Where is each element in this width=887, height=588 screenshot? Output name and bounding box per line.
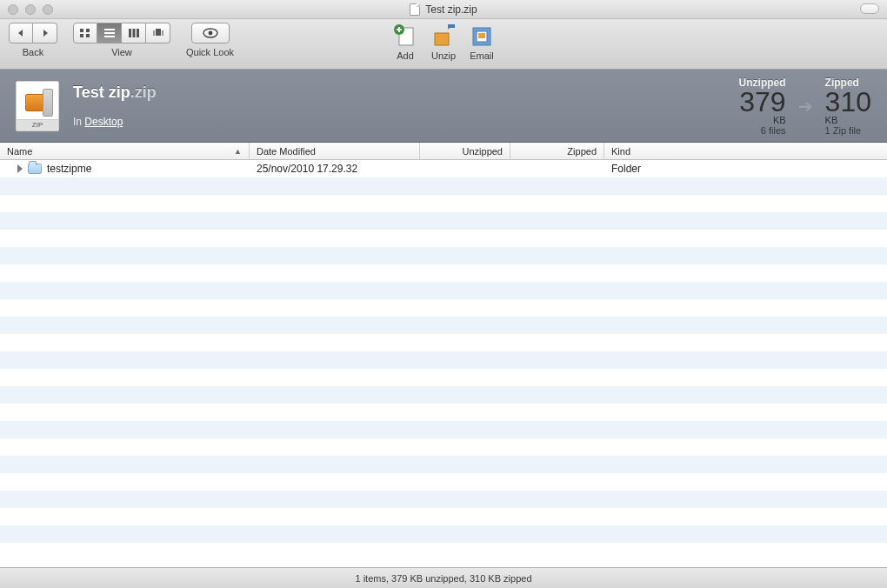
view-icons-button[interactable] bbox=[73, 23, 97, 43]
table-row bbox=[0, 369, 887, 386]
column-unzipped[interactable]: Unzipped bbox=[420, 143, 510, 159]
view-columns-button[interactable] bbox=[122, 23, 146, 43]
row-kind: Folder bbox=[604, 163, 887, 175]
unzip-icon bbox=[429, 23, 458, 49]
email-icon bbox=[467, 23, 497, 49]
email-label: Email bbox=[470, 50, 494, 61]
table-row bbox=[0, 438, 887, 456]
add-button[interactable]: Add bbox=[390, 23, 420, 61]
archive-name: Test zip.zip bbox=[73, 84, 739, 102]
archive-location: In Desktop bbox=[73, 116, 739, 128]
table-row bbox=[0, 421, 887, 438]
svg-rect-10 bbox=[156, 29, 161, 36]
table-row bbox=[0, 212, 887, 230]
svg-point-14 bbox=[208, 31, 212, 36]
svg-rect-6 bbox=[104, 36, 115, 37]
back-group: Back bbox=[9, 23, 57, 57]
window-title-text: Test zip.zip bbox=[425, 3, 477, 16]
location-link[interactable]: Desktop bbox=[84, 116, 123, 128]
view-coverflow-button[interactable] bbox=[146, 23, 170, 43]
table-row bbox=[0, 195, 887, 212]
zipped-size-value: 310 bbox=[825, 89, 871, 115]
email-button[interactable]: Email bbox=[467, 23, 497, 61]
column-zipped[interactable]: Zipped bbox=[510, 143, 604, 159]
table-row bbox=[0, 177, 887, 195]
table-row bbox=[0, 334, 887, 351]
status-bar: 1 items, 379 KB unzipped, 310 KB zipped bbox=[0, 567, 887, 588]
column-date-modified[interactable]: Date Modified bbox=[250, 143, 420, 159]
zoom-window-button[interactable] bbox=[43, 4, 53, 15]
zipped-size-col: Zipped 310 KB 1 Zip file bbox=[825, 77, 871, 136]
column-name[interactable]: Name▲ bbox=[0, 143, 250, 159]
table-row bbox=[0, 525, 887, 543]
row-name: testzipme bbox=[47, 163, 91, 175]
table-row bbox=[0, 491, 887, 508]
table-row bbox=[0, 473, 887, 491]
unzip-label: Unzip bbox=[431, 50, 456, 61]
file-list[interactable]: testzipme25/nov/2010 17.29.32Folder bbox=[0, 160, 887, 567]
unzipped-size-value: 379 bbox=[739, 89, 785, 115]
table-row bbox=[0, 456, 887, 473]
toolbar-center: Add Unzip E bbox=[390, 23, 497, 61]
minimize-window-button[interactable] bbox=[25, 4, 36, 15]
disclosure-triangle-icon[interactable] bbox=[17, 164, 23, 173]
zip-badge: ZIP bbox=[17, 119, 58, 130]
svg-rect-20 bbox=[478, 33, 485, 38]
toolbar-toggle-button[interactable] bbox=[860, 3, 879, 14]
svg-rect-17 bbox=[435, 33, 449, 45]
zipped-sub: 1 Zip file bbox=[825, 125, 871, 136]
unzipped-size-col: Unzipped 379 KB 6 files bbox=[739, 77, 786, 136]
column-headers: Name▲ Date Modified Unzipped Zipped Kind bbox=[0, 143, 887, 160]
view-group: View bbox=[73, 23, 170, 57]
svg-rect-8 bbox=[132, 29, 135, 37]
location-prefix: In bbox=[73, 116, 84, 128]
column-kind[interactable]: Kind bbox=[604, 143, 887, 159]
status-text: 1 items, 379 KB unzipped, 310 KB zipped bbox=[355, 573, 531, 584]
folder-icon bbox=[28, 164, 42, 174]
archive-icon: ZIP bbox=[16, 81, 59, 131]
svg-rect-2 bbox=[80, 34, 83, 37]
svg-rect-5 bbox=[104, 32, 115, 34]
window-controls bbox=[0, 4, 53, 15]
table-row bbox=[0, 264, 887, 282]
back-label: Back bbox=[23, 47, 43, 57]
archive-name-ext: .zip bbox=[130, 84, 157, 101]
svg-rect-0 bbox=[80, 29, 83, 32]
table-row[interactable]: testzipme25/nov/2010 17.29.32Folder bbox=[0, 160, 887, 177]
quicklook-label: Quick Look bbox=[186, 47, 234, 57]
toolbar: Back View bbox=[0, 19, 887, 70]
close-window-button[interactable] bbox=[8, 4, 18, 15]
table-row bbox=[0, 230, 887, 247]
sort-asc-icon: ▲ bbox=[234, 147, 242, 156]
unzip-button[interactable]: Unzip bbox=[429, 23, 458, 61]
file-meta: Test zip.zip In Desktop bbox=[73, 84, 739, 128]
archive-name-base: Test zip bbox=[73, 84, 130, 101]
quicklook-button[interactable] bbox=[191, 23, 230, 43]
back-button[interactable] bbox=[9, 23, 33, 43]
view-list-button[interactable] bbox=[97, 23, 122, 43]
size-panel: Unzipped 379 KB 6 files ➔ Zipped 310 KB … bbox=[739, 77, 871, 136]
app-window: Test zip.zip Back bbox=[0, 0, 887, 588]
info-panel: ZIP Test zip.zip In Desktop Unzipped 379… bbox=[0, 70, 887, 143]
add-label: Add bbox=[397, 50, 414, 61]
arrow-icon: ➔ bbox=[798, 96, 813, 117]
unzipped-sub: 6 files bbox=[739, 125, 786, 136]
quicklook-group: Quick Look bbox=[186, 23, 234, 57]
svg-rect-9 bbox=[137, 29, 139, 37]
eye-icon bbox=[203, 28, 218, 38]
svg-rect-7 bbox=[129, 29, 131, 37]
table-row bbox=[0, 299, 887, 317]
svg-rect-4 bbox=[104, 29, 115, 30]
table-row bbox=[0, 404, 887, 421]
add-icon bbox=[390, 23, 420, 49]
table-row bbox=[0, 508, 887, 525]
table-row bbox=[0, 247, 887, 264]
forward-button[interactable] bbox=[33, 23, 57, 43]
svg-rect-1 bbox=[86, 29, 90, 32]
document-icon bbox=[410, 3, 420, 16]
svg-rect-3 bbox=[86, 34, 90, 37]
row-date: 25/nov/2010 17.29.32 bbox=[250, 163, 420, 175]
table-row bbox=[0, 351, 887, 369]
table-row bbox=[0, 282, 887, 299]
window-title: Test zip.zip bbox=[0, 3, 887, 16]
